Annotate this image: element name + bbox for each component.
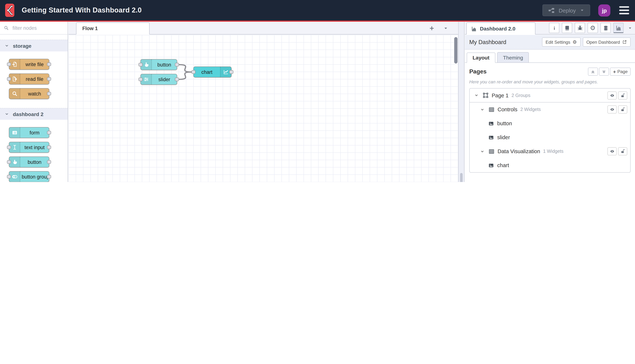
open-dashboard-button[interactable]: Open Dashboard [583, 38, 630, 47]
wire[interactable] [179, 65, 192, 72]
palette-category-storage[interactable]: storage [0, 40, 68, 52]
palette-node-watch[interactable]: watch [9, 88, 49, 99]
visibility-toggle-button[interactable] [607, 91, 617, 99]
user-avatar[interactable]: jp [598, 4, 610, 16]
context-data-icon [602, 25, 609, 31]
palette-node-write-file[interactable]: write file [9, 59, 49, 70]
palette-category-dashboard-2[interactable]: dashboard 2 [0, 108, 68, 120]
tree-row-slider[interactable]: slider [470, 130, 630, 144]
lock-toggle-button[interactable] [618, 106, 627, 114]
tab-theming[interactable]: Theming [497, 52, 529, 62]
sidebar-tool-layers-db-button[interactable] [600, 23, 611, 33]
node-red-editor: Getting Started With Dashboard 2.0 Deplo… [0, 0, 635, 182]
svg-text:i: i [553, 25, 555, 31]
tree-row-controls[interactable]: Controls2 Widgets [470, 102, 630, 116]
unlock-icon [620, 93, 625, 98]
node-label: watch [20, 88, 49, 99]
splitter-drag-handle[interactable] [460, 173, 463, 182]
palette-category-label: storage [13, 43, 32, 49]
node-palette: storagewrite fileread filewatchdashboard… [0, 22, 68, 182]
deploy-label: Deploy [559, 7, 576, 14]
move-up-button[interactable] [588, 68, 598, 76]
theming-tab-label: Theming [503, 54, 523, 60]
pages-panel: Pages + Page Here you can [465, 63, 635, 182]
eye-icon [609, 93, 614, 98]
main-area: storagewrite fileread filewatchdashboard… [0, 22, 635, 182]
chevron-down-icon[interactable] [480, 107, 486, 112]
sidebar-tool-chart-bars-button[interactable] [613, 23, 623, 33]
wire[interactable] [179, 72, 192, 79]
input-port [7, 175, 11, 178]
edit-settings-button[interactable]: Edit Settings ⚙ [542, 38, 580, 47]
input-port [7, 77, 11, 81]
sidebar-tool-gear-button[interactable]: ⚙ [587, 23, 598, 33]
group-meta: 1 Widgets [543, 149, 563, 154]
dashboard-actions: Edit Settings ⚙ Open Dashboard [542, 38, 630, 47]
output-port [47, 77, 51, 81]
sidebar-tool-info-button[interactable]: i [549, 23, 559, 33]
visibility-toggle-button[interactable] [607, 147, 617, 155]
chevron-down-icon[interactable] [474, 93, 480, 98]
eye-icon [609, 107, 614, 112]
tree-row-data-visualization[interactable]: Data Visualization1 Widgets [470, 144, 630, 158]
sidebar-tabbar: Dashboard 2.0 i⚙ [465, 22, 635, 34]
flow-list-chevron-icon[interactable] [441, 24, 450, 33]
tree-row-page-1[interactable]: Page 12 Groups [470, 88, 630, 102]
tree-row-chart[interactable]: chart [470, 158, 630, 172]
tab-dashboard-2[interactable]: Dashboard 2.0 [466, 22, 535, 34]
add-page-label: Page [617, 69, 628, 74]
palette-category-label: dashboard 2 [13, 111, 44, 117]
dashboard-chart-icon [471, 26, 477, 32]
tree-row-button[interactable]: button [470, 116, 630, 130]
palette-node-read-file[interactable]: read file [9, 74, 49, 84]
info-icon: i [551, 25, 557, 31]
palette-node-text-input[interactable]: text input [9, 142, 49, 153]
move-down-button[interactable] [599, 68, 609, 76]
deploy-options-chevron-icon[interactable] [579, 8, 585, 13]
add-flow-button[interactable] [427, 24, 436, 33]
input-port [192, 70, 196, 74]
unlock-icon [620, 149, 625, 154]
sidebar-tool-bug-button[interactable] [575, 23, 585, 33]
tab-layout[interactable]: Layout [467, 52, 495, 63]
canvas-node-button[interactable]: button [140, 59, 177, 70]
canvas-node-slider[interactable]: slider [140, 74, 177, 85]
layout-tab-label: Layout [473, 55, 489, 60]
tab-flow-1[interactable]: Flow 1 [76, 22, 150, 34]
widget-image-icon [488, 134, 494, 140]
app-header: Getting Started With Dashboard 2.0 Deplo… [0, 0, 635, 20]
group-name: Controls [497, 106, 517, 112]
deploy-button[interactable]: Deploy [542, 4, 590, 16]
input-port [139, 78, 143, 81]
chevron-down-icon[interactable] [480, 149, 486, 154]
node-red-logo-icon [5, 4, 14, 17]
lock-toggle-button[interactable] [618, 91, 627, 99]
wires [68, 35, 458, 182]
main-menu-button[interactable] [618, 5, 630, 16]
lock-toggle-button[interactable] [618, 147, 627, 155]
palette-node-button[interactable]: button [9, 156, 49, 168]
sidebar-splitter[interactable] [458, 22, 464, 182]
chevron-down-icon [5, 112, 9, 116]
dashboard-chart-icon [615, 24, 621, 31]
pages-title: Pages [469, 68, 486, 75]
flow-canvas[interactable]: buttonsliderchart [68, 35, 458, 182]
palette-list: storagewrite fileread filewatchdashboard… [0, 35, 68, 182]
canvas-node-chart[interactable]: chart [193, 66, 232, 78]
unlock-icon [620, 107, 625, 112]
search-icon [4, 25, 9, 30]
gear-icon: ⚙ [590, 25, 596, 31]
widget-name: chart [497, 162, 509, 168]
visibility-toggle-button[interactable] [607, 106, 617, 114]
output-port [47, 146, 51, 149]
palette-filter-input[interactable] [12, 25, 64, 31]
page-icon [482, 92, 489, 98]
deploy-icon [548, 7, 555, 14]
sidebar-tool-book-button[interactable] [562, 23, 572, 33]
canvas-vertical-scrollbar[interactable] [454, 37, 457, 64]
palette-node-button-group[interactable]: button group [9, 171, 49, 182]
search-icon [9, 88, 20, 99]
add-page-button[interactable]: + Page [610, 68, 630, 76]
palette-node-form[interactable]: form [9, 127, 49, 138]
sidebar-menu-chevron-icon[interactable] [626, 23, 633, 33]
